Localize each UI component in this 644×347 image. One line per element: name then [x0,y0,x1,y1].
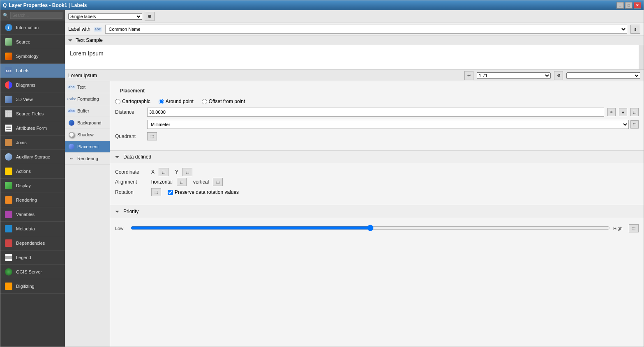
sidebar-item-actions[interactable]: Actions [0,164,65,179]
sub-nav-item-buffer[interactable]: abc Buffer [65,105,110,117]
auxiliarystorage-icon [5,153,13,161]
sidebar-item-sourcefields[interactable]: Source Fields [0,107,65,121]
preview-settings-button[interactable]: ⚙ [554,71,563,80]
data-defined-header[interactable]: Data defined [110,151,644,163]
radio-cartographic-input[interactable] [115,99,120,104]
radio-cartographic[interactable]: Cartographic [115,99,150,104]
sub-nav-label: Shadow [77,132,94,137]
close-button[interactable]: ✕ [634,2,641,9]
sidebar-item-label: Rendering [16,198,37,202]
label-field-select[interactable]: Common NameNameID [105,25,627,34]
rotation-label: Rotation [115,189,148,195]
sub-nav-label: Rendering [77,156,98,161]
sidebar-item-attributesform[interactable]: Attributes Form [0,121,65,136]
titlebar-title: Layer Properties - Book1 | Labels [9,2,87,8]
quadrant-label: Quadrant [115,133,144,139]
radio-offset-from-point[interactable]: Offset from point [202,99,245,104]
sidebar-item-legend[interactable]: Legend [0,250,65,265]
priority-header-label: Priority [123,209,138,214]
sidebar-item-label: Digitizing [16,284,35,289]
unit-data-defined-button[interactable]: ⬚ [630,120,639,129]
maximize-button[interactable]: □ [625,2,632,9]
sub-nav-item-placement[interactable]: Placement [65,141,110,153]
priority-slider-row: Low High ⬚ [115,224,639,232]
distance-up-button[interactable]: ▲ [619,108,627,116]
sidebar-item-digitizing[interactable]: Digitizing [0,279,65,294]
sidebar-search-input[interactable] [10,12,62,19]
titlebar-left: Q Layer Properties - Book1 | Labels [3,2,87,8]
label-field-wrapper: Common NameNameID [105,25,627,34]
distance-label: Distance [115,109,144,115]
preview-scale-select[interactable]: 1:711:1001:5001:1000 [477,72,551,79]
preserve-rotation-checkbox-label[interactable]: Preserve data rotation values [168,189,239,195]
sidebar-item-variables[interactable]: Variables [0,207,65,222]
preview-label: Lorem Ipsum [68,73,97,78]
sidebar-item-metadata[interactable]: Metadata [0,222,65,236]
distance-data-defined-button[interactable]: ⬚ [630,108,639,116]
preserve-rotation-checkbox[interactable] [168,190,173,195]
sidebar-item-joins[interactable]: Joins [0,136,65,150]
variables-icon [5,210,13,218]
sidebar-item-rendering[interactable]: Rendering [0,193,65,207]
unit-select[interactable]: MillimeterPixelPointMeter at ScaleMap Un… [147,120,629,129]
actions-icon [5,167,13,175]
preview-refresh-button[interactable]: ↩ [464,71,473,80]
data-defined-body: Coordinate X ⬚ Y ⬚ Alignment horizontal … [110,163,644,202]
sidebar: 🔍 i Information Source Symbolo [0,10,65,347]
rendering-icon [5,196,13,204]
sub-nav-item-text[interactable]: abc Text [65,81,110,93]
sidebar-item-qgisserver[interactable]: QGIS Server [0,265,65,279]
preview-scale-wrapper: 1:711:1001:5001:1000 [477,72,551,79]
sidebar-item-symbology[interactable]: Symbology [0,49,65,64]
distance-input[interactable] [147,108,604,117]
radio-around-point[interactable]: Around point [159,99,194,104]
layer-properties-window: Q Layer Properties - Book1 | Labels _ □ … [0,0,644,347]
label-with-text: Label with [68,26,90,32]
quadrant-button[interactable]: ⬚ [147,132,157,140]
sub-nav-label: Buffer [77,108,89,113]
text-sample-scrollbar[interactable] [639,45,644,69]
sidebar-item-dependencies[interactable]: Dependencies [0,236,65,250]
label-expression-button[interactable]: ε [630,25,640,34]
sidebar-item-label: Labels [16,68,29,73]
preview-color-select[interactable] [566,72,640,79]
sidebar-item-diagrams[interactable]: Diagrams [0,78,65,92]
rotation-button[interactable]: ⬚ [151,188,161,196]
text-sample-header[interactable]: Text Sample [65,36,644,45]
sidebar-item-auxiliarystorage[interactable]: Auxiliary Storage [0,150,65,164]
sidebar-item-label: Legend [16,255,31,260]
alignment-horizontal-button[interactable]: ⬚ [177,178,187,186]
distance-clear-button[interactable]: ✕ [607,108,616,116]
coordinate-y-button[interactable]: ⬚ [182,168,192,176]
alignment-vertical-button[interactable]: ⬚ [213,178,223,186]
sidebar-item-label: Joins [16,140,27,145]
sidebar-item-label: Auxiliary Storage [16,154,50,159]
radio-around-point-input[interactable] [159,99,164,104]
sidebar-item-source[interactable]: Source [0,35,65,49]
data-defined-toggle-icon [115,156,119,158]
label-mode-select[interactable]: No labelsSingle labelsRule-based labelin… [68,13,142,20]
priority-slider[interactable] [131,225,610,231]
legend-icon [5,253,13,262]
text-sample-header-label: Text Sample [76,37,103,43]
abc-icon: abc [94,27,102,32]
placement-icon [68,143,75,150]
priority-header[interactable]: Priority [110,205,644,218]
sidebar-item-information[interactable]: i Information [0,21,65,35]
titlebar-icon: Q [3,2,7,8]
sub-nav-item-rendering[interactable]: ✏ Rendering [65,153,110,165]
radio-offset-from-point-input[interactable] [202,99,207,104]
priority-data-defined-button[interactable]: ⬚ [629,224,639,232]
sidebar-item-3dview[interactable]: 3D View [0,92,65,107]
minimize-button[interactable]: _ [616,2,624,9]
label-mode-wrapper: No labelsSingle labelsRule-based labelin… [68,13,142,20]
label-settings-button[interactable]: ⚙ [145,12,155,21]
sidebar-item-labels[interactable]: abc Labels [0,64,65,78]
preserve-rotation-label: Preserve data rotation values [175,189,239,195]
sub-nav-item-shadow[interactable]: Shadow [65,129,110,141]
coordinate-x-button[interactable]: ⬚ [159,168,169,176]
sub-nav-item-formatting[interactable]: ↵abc Formatting [65,93,110,105]
sub-nav-item-background[interactable]: Background [65,117,110,129]
qgisserver-icon [5,268,13,276]
sidebar-item-display[interactable]: Display [0,179,65,193]
